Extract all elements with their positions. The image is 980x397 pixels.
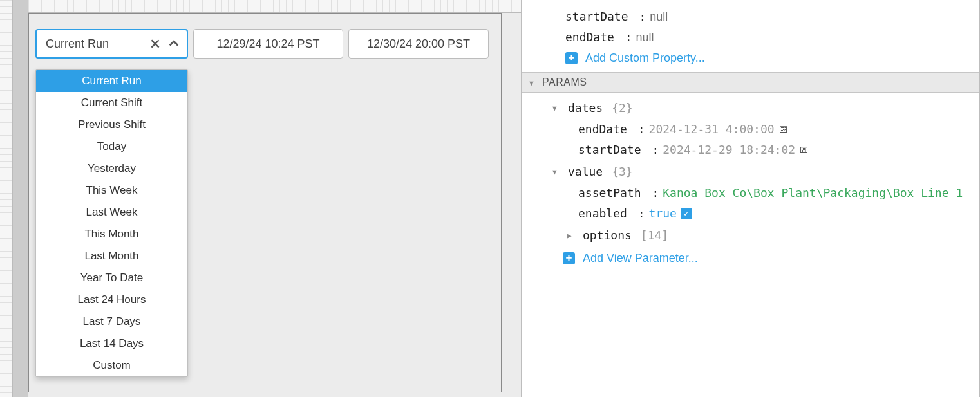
prop-value: 2024-12-31 4:00:00 <box>649 119 775 140</box>
prop-key: options <box>583 225 632 246</box>
ruler-horizontal <box>28 0 521 13</box>
prop-value: null <box>650 6 668 27</box>
chevron-up-icon[interactable] <box>167 37 180 50</box>
dropdown-item[interactable]: This Week <box>36 180 187 201</box>
start-date-label: 12/29/24 10:24 PST <box>216 37 319 51</box>
dropdown-item[interactable]: Yesterday <box>36 158 187 180</box>
dropdown-item[interactable]: Today <box>36 136 187 158</box>
dropdown-item[interactable]: Custom <box>36 355 187 376</box>
dropdown-item[interactable]: This Month <box>36 223 187 245</box>
left-margin-strip <box>13 0 28 397</box>
prop-key: value <box>568 162 603 182</box>
prop-value: 2024-12-29 18:24:02 <box>655 0 788 6</box>
prop-row-startdate-ghost: startDate : 2024-12-29 18:24:02 📅︎ <box>578 0 979 6</box>
prop-value: 2024-12-29 18:24:02 <box>663 140 795 160</box>
dropdown-item[interactable]: Current Run <box>36 70 187 92</box>
count-badge: {3} <box>612 162 633 182</box>
chevron-right-icon[interactable] <box>567 224 575 246</box>
dropdown-item[interactable]: Year To Date <box>36 267 187 289</box>
add-icon: + <box>565 52 578 64</box>
clear-icon[interactable] <box>149 38 161 50</box>
property-panel: startDate : 2024-12-29 18:24:02 📅︎ start… <box>521 0 980 397</box>
prop-value: true <box>649 203 677 224</box>
dropdown-item[interactable]: Last 7 Days <box>36 311 187 333</box>
calendar-icon[interactable]: 📅︎ <box>799 140 809 160</box>
range-selector-chip[interactable]: Current Run <box>35 29 188 59</box>
prop-value: Kanoa Box Co\Box Plant\Packaging\Box Lin… <box>663 183 963 203</box>
prop-row-assetpath[interactable]: assetPath : Kanoa Box Co\Box Plant\Packa… <box>578 183 979 203</box>
checkbox-checked-icon[interactable]: ✓ <box>681 208 692 219</box>
params-header-label: PARAMS <box>542 77 587 88</box>
prop-row-startdate[interactable]: startDate : null <box>565 6 979 27</box>
chevron-down-icon <box>528 77 536 88</box>
range-dropdown[interactable]: Current RunCurrent ShiftPrevious ShiftTo… <box>35 69 188 377</box>
chevron-down-icon[interactable] <box>552 97 560 119</box>
calendar-icon[interactable]: 📅︎ <box>778 119 788 140</box>
dropdown-item[interactable]: Current Shift <box>36 92 187 114</box>
end-date-chip[interactable]: 12/30/24 20:00 PST <box>348 29 489 59</box>
start-date-chip[interactable]: 12/29/24 10:24 PST <box>193 29 343 59</box>
add-icon: + <box>563 252 575 264</box>
prop-row-enabled[interactable]: enabled : true ✓ <box>578 203 979 224</box>
prop-key: endDate <box>578 119 627 140</box>
chevron-down-icon[interactable] <box>552 160 560 183</box>
range-selector-label: Current Run <box>46 37 109 51</box>
prop-row-startdate[interactable]: startDate : 2024-12-29 18:24:02 📅︎ <box>578 140 979 160</box>
params-section-header[interactable]: PARAMS <box>522 72 979 93</box>
design-canvas-pane: Current Run 12/29/24 10:24 PST 12/30/24 … <box>0 0 521 397</box>
prop-key: startDate <box>578 140 641 160</box>
prop-key: startDate <box>578 0 641 6</box>
prop-key: dates <box>568 98 603 118</box>
count-badge: {2} <box>612 98 633 118</box>
dropdown-item[interactable]: Last Month <box>36 245 187 267</box>
prop-row-enddate[interactable]: endDate : 2024-12-31 4:00:00 📅︎ <box>578 119 979 140</box>
add-view-parameter-row[interactable]: + Add View Parameter... <box>563 248 979 268</box>
dropdown-item[interactable]: Last 24 Hours <box>36 289 187 311</box>
count-badge: [14] <box>641 225 668 246</box>
dropdown-item[interactable]: Last Week <box>36 201 187 223</box>
param-dates-node[interactable]: dates {2} <box>552 97 979 119</box>
add-view-parameter-link: Add View Parameter... <box>583 248 698 268</box>
ruler-vertical <box>0 0 13 397</box>
prop-key: assetPath <box>578 183 641 203</box>
param-options-node[interactable]: options [14] <box>567 224 979 246</box>
prop-key: startDate <box>565 6 628 27</box>
prop-value: null <box>636 27 654 48</box>
add-custom-property-row[interactable]: + Add Custom Property... <box>565 48 979 68</box>
param-value-node[interactable]: value {3} <box>552 160 979 183</box>
dropdown-item[interactable]: Previous Shift <box>36 114 187 136</box>
add-custom-property-link: Add Custom Property... <box>585 48 705 68</box>
end-date-label: 12/30/24 20:00 PST <box>367 37 470 51</box>
prop-row-enddate[interactable]: endDate : null <box>565 27 979 48</box>
prop-key: endDate <box>565 27 614 48</box>
date-toolbar: Current Run 12/29/24 10:24 PST 12/30/24 … <box>35 29 489 59</box>
calendar-icon[interactable]: 📅︎ <box>792 0 802 6</box>
dropdown-item[interactable]: Last 14 Days <box>36 333 187 355</box>
prop-key: enabled <box>578 203 627 224</box>
